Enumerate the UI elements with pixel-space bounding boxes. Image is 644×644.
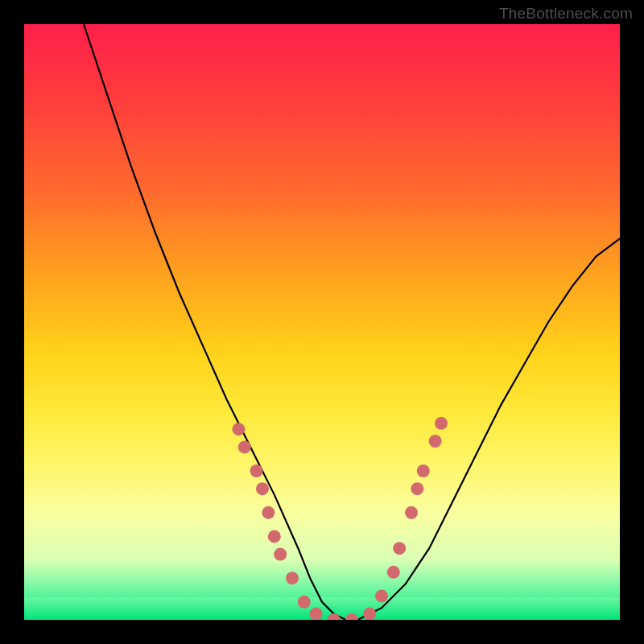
curve-marker — [387, 566, 400, 579]
curve-svg — [24, 24, 620, 620]
chart-frame: TheBottleneck.com — [0, 0, 644, 644]
curve-marker — [417, 464, 430, 477]
curve-marker — [298, 596, 311, 609]
curve-marker — [286, 572, 299, 584]
curve-marker — [232, 423, 245, 436]
curve-marker — [435, 417, 448, 430]
plot-area — [24, 24, 620, 620]
curve-marker — [328, 613, 341, 620]
curve-marker — [345, 613, 358, 620]
curve-marker — [393, 542, 406, 555]
curve-markers — [232, 417, 448, 620]
curve-marker — [310, 608, 323, 620]
curve-marker — [375, 589, 388, 602]
bottleneck-curve — [84, 24, 620, 620]
curve-marker — [274, 548, 287, 561]
curve-marker — [256, 482, 269, 495]
curve-marker — [411, 482, 423, 495]
watermark-text: TheBottleneck.com — [499, 5, 633, 23]
curve-marker — [262, 506, 275, 519]
curve-marker — [238, 440, 251, 453]
curve-marker — [268, 530, 281, 543]
curve-marker — [429, 435, 442, 448]
curve-marker — [405, 506, 418, 519]
curve-marker — [250, 464, 263, 477]
curve-marker — [363, 608, 376, 620]
